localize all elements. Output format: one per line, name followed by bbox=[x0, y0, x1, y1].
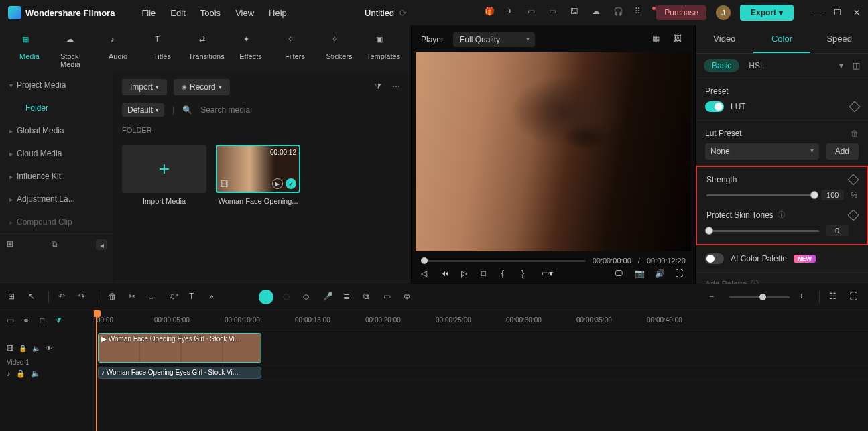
picture-icon[interactable]: 🖼 bbox=[674, 34, 686, 46]
mute-icon[interactable]: 🔈 bbox=[32, 345, 40, 352]
user-avatar[interactable]: J bbox=[716, 5, 731, 20]
menu-edit[interactable]: Edit bbox=[170, 8, 185, 18]
more-tools-button[interactable]: » bbox=[209, 292, 220, 302]
magnet-icon[interactable]: ⊓ bbox=[39, 316, 48, 325]
gift-icon[interactable]: 🎁 bbox=[485, 7, 497, 19]
tool-align-icon[interactable]: ≣ bbox=[343, 292, 354, 302]
undo-button[interactable]: ↶ bbox=[58, 292, 69, 302]
import-button[interactable]: Import▾ bbox=[122, 79, 167, 95]
delete-icon[interactable]: 🗑 bbox=[851, 129, 859, 138]
step-back-button[interactable]: ⏮ bbox=[441, 269, 452, 280]
record-button[interactable]: ◉Record▾ bbox=[174, 79, 230, 95]
menu-help[interactable]: Help bbox=[269, 8, 287, 18]
redo-button[interactable]: ↷ bbox=[78, 292, 89, 302]
sidebar-adjustment-layer[interactable]: ▸Adjustment La... bbox=[0, 188, 113, 210]
fullscreen-button[interactable]: ⛶ bbox=[675, 269, 686, 280]
apps-icon[interactable]: ⠿ bbox=[635, 7, 647, 19]
export-button[interactable]: Export▾ bbox=[740, 5, 794, 21]
strength-value[interactable]: 100 bbox=[821, 190, 844, 200]
seek-handle[interactable] bbox=[421, 257, 428, 264]
tab-media[interactable]: ▦Media bbox=[11, 32, 48, 71]
collapse-sidebar-icon[interactable]: ◂ bbox=[96, 239, 107, 250]
grid-icon[interactable]: ▦ bbox=[652, 34, 664, 46]
skin-slider[interactable] bbox=[706, 230, 819, 232]
menu-file[interactable]: File bbox=[141, 8, 156, 18]
info-icon[interactable]: ⓘ bbox=[778, 210, 785, 220]
tool-select-icon[interactable]: ↖ bbox=[28, 292, 39, 302]
search-input[interactable] bbox=[200, 105, 308, 115]
tab-stock[interactable]: ☁Stock Media bbox=[55, 32, 92, 71]
mark-in-button[interactable]: { bbox=[501, 269, 512, 280]
zoom-out-button[interactable]: − bbox=[709, 292, 720, 302]
marker-icon[interactable]: ⧩ bbox=[55, 316, 64, 325]
lock-icon[interactable]: 🔒 bbox=[16, 369, 25, 378]
import-media-card[interactable]: + Import Media bbox=[122, 145, 206, 205]
split-button[interactable]: ✂ bbox=[129, 292, 139, 302]
zoom-knob[interactable] bbox=[759, 294, 766, 300]
sidebar-influence-kit[interactable]: ▸Influence Kit bbox=[0, 165, 113, 188]
quality-select[interactable]: Full Quality bbox=[453, 32, 535, 47]
menu-tools[interactable]: Tools bbox=[200, 8, 221, 18]
tool-mic-icon[interactable]: 🎤 bbox=[323, 292, 334, 302]
maximize-button[interactable]: ☐ bbox=[834, 8, 841, 17]
track-height-icon[interactable]: ☷ bbox=[829, 292, 840, 302]
chevron-down-icon[interactable]: ▾ bbox=[839, 61, 843, 70]
skin-value[interactable]: 0 bbox=[826, 225, 849, 236]
slider-knob[interactable] bbox=[810, 191, 818, 199]
tab-filters[interactable]: ⁘Filters bbox=[276, 32, 314, 71]
slider-knob[interactable] bbox=[705, 227, 713, 235]
speed-button[interactable]: ♫⁺ bbox=[169, 292, 180, 302]
ratio-button[interactable]: ▭▾ bbox=[542, 269, 552, 280]
media-clip-card[interactable]: 00:00:12 🎞 ▶ ✓ Woman Face Opening... bbox=[216, 145, 300, 205]
preview-canvas[interactable] bbox=[416, 52, 691, 251]
tool-keyframe-icon[interactable]: ◇ bbox=[303, 292, 314, 302]
track-options-icon[interactable]: ▭ bbox=[7, 316, 16, 325]
timeline-ruler[interactable]: 00:00 00:00:05:00 00:00:10:00 00:00:15:0… bbox=[94, 310, 868, 330]
phone-icon[interactable]: ▭ bbox=[528, 7, 540, 19]
audio-clip[interactable]: ♪ Woman Face Opening Eyes Girl · Stock V… bbox=[98, 367, 261, 379]
tab-color[interactable]: Color bbox=[753, 25, 811, 53]
sort-default-button[interactable]: Default▾ bbox=[122, 103, 164, 117]
keyframe-diamond-icon[interactable] bbox=[849, 101, 861, 113]
sidebar-project-media[interactable]: ▾Project Media bbox=[0, 74, 113, 97]
visibility-icon[interactable]: 👁 bbox=[46, 345, 52, 352]
volume-button[interactable]: 🔊 bbox=[655, 269, 666, 280]
sidebar-folder[interactable]: Folder bbox=[0, 97, 113, 119]
tool-render-icon[interactable]: ▭ bbox=[383, 292, 394, 302]
seek-bar[interactable] bbox=[421, 260, 586, 262]
ai-palette-toggle[interactable] bbox=[705, 253, 724, 264]
tab-video[interactable]: Video bbox=[696, 25, 753, 53]
text-button[interactable]: T bbox=[189, 292, 200, 302]
tab-effects[interactable]: ✦Effects bbox=[232, 32, 269, 71]
lock-icon[interactable]: 🔒 bbox=[19, 345, 27, 352]
snapshot-button[interactable]: 📷 bbox=[635, 269, 645, 280]
close-button[interactable]: ✕ bbox=[853, 8, 860, 17]
lut-toggle[interactable] bbox=[705, 101, 724, 112]
audio-track-header[interactable]: ♪ 🔒 🔈 bbox=[0, 366, 93, 381]
ai-tool-button[interactable] bbox=[259, 290, 273, 304]
link-icon[interactable]: ⚭ bbox=[23, 316, 32, 325]
tool-mix-icon[interactable]: ⊚ bbox=[404, 292, 414, 302]
menu-view[interactable]: View bbox=[235, 8, 254, 18]
subtab-basic[interactable]: Basic bbox=[704, 59, 739, 72]
tool-group-icon[interactable]: ⧉ bbox=[363, 292, 374, 302]
save-icon[interactable]: 🖫 bbox=[570, 7, 582, 19]
play-button[interactable]: ▷ bbox=[461, 269, 472, 280]
crop-button[interactable]: ⟒ bbox=[149, 292, 160, 302]
minimize-button[interactable]: — bbox=[814, 8, 822, 17]
keyframe-diamond-icon[interactable] bbox=[848, 209, 859, 221]
delete-button[interactable]: 🗑 bbox=[109, 292, 119, 302]
filter-icon[interactable]: ⧩ bbox=[375, 82, 385, 93]
bin-icon[interactable]: ⧉ bbox=[52, 239, 62, 250]
sidebar-cloud-media[interactable]: ▸Cloud Media bbox=[0, 142, 113, 165]
sidebar-compound-clip[interactable]: ▸Compound Clip bbox=[0, 210, 113, 233]
add-lut-button[interactable]: Add bbox=[826, 143, 859, 160]
sidebar-global-media[interactable]: ▸Global Media bbox=[0, 119, 113, 142]
zoom-in-button[interactable]: + bbox=[799, 292, 810, 302]
timeline-tracks[interactable]: 00:00 00:00:05:00 00:00:10:00 00:00:15:0… bbox=[94, 310, 868, 431]
tab-stickers[interactable]: ✧Stickers bbox=[320, 32, 358, 71]
tool-layout-icon[interactable]: ⊞ bbox=[8, 292, 19, 302]
device-icon[interactable]: ▭ bbox=[549, 7, 561, 19]
tab-titles[interactable]: TTitles bbox=[143, 32, 181, 71]
audio-track[interactable]: ♪ Woman Face Opening Eyes Girl · Stock V… bbox=[94, 365, 868, 380]
